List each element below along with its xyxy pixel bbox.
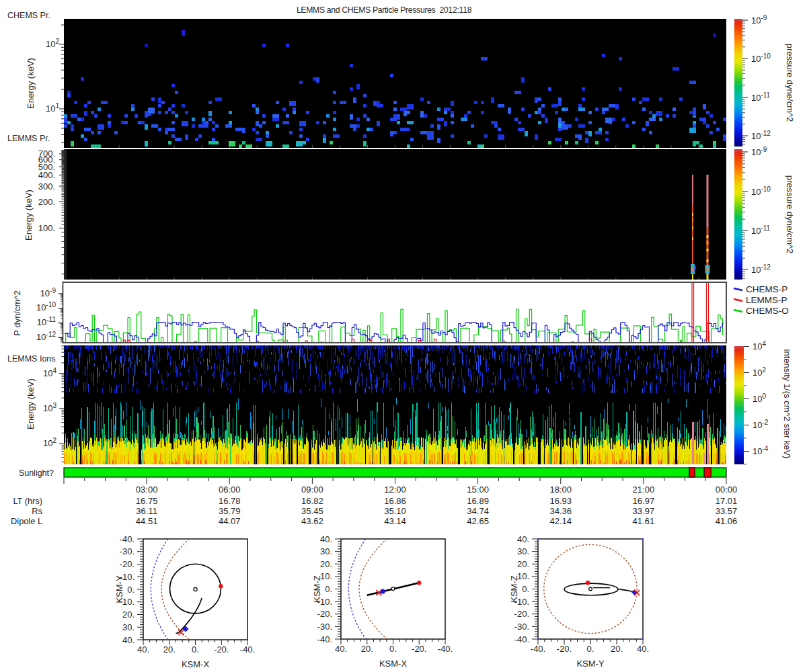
svg-text:Energy (keV): Energy (keV) xyxy=(26,58,36,109)
svg-text:0.: 0. xyxy=(522,584,529,594)
svg-text:Energy (keV): Energy (keV) xyxy=(26,378,36,429)
svg-text:16.75: 16.75 xyxy=(136,496,158,506)
svg-text:18:00: 18:00 xyxy=(549,485,572,495)
svg-text:0.: 0. xyxy=(192,644,199,655)
svg-text:35.45: 35.45 xyxy=(301,506,323,516)
svg-text:16.89: 16.89 xyxy=(467,496,489,506)
svg-text:41.61: 41.61 xyxy=(633,516,655,526)
svg-text:-40.: -40. xyxy=(240,644,255,655)
svg-text:30.: 30. xyxy=(122,622,134,632)
svg-text:KSM-Z: KSM-Z xyxy=(312,575,322,603)
svg-text:200.: 200. xyxy=(38,197,55,207)
svg-text:40.: 40. xyxy=(137,644,149,655)
svg-text:34.36: 34.36 xyxy=(549,506,572,516)
svg-text:30.: 30. xyxy=(517,546,529,556)
svg-text:20.: 20. xyxy=(517,559,529,569)
svg-text:41.06: 41.06 xyxy=(716,516,738,526)
svg-text:intensity 1/(s cm^2 ster keV): intensity 1/(s cm^2 ster keV) xyxy=(782,349,792,459)
svg-text:30.: 30. xyxy=(320,546,332,556)
svg-text:0.: 0. xyxy=(587,644,594,654)
svg-text:LEMMS Ions: LEMMS Ions xyxy=(7,354,56,364)
svg-text:44.07: 44.07 xyxy=(219,516,241,526)
svg-text:LEMMS Pr.: LEMMS Pr. xyxy=(7,134,50,143)
svg-text:16.97: 16.97 xyxy=(633,496,655,506)
svg-text:16.78: 16.78 xyxy=(219,496,241,506)
svg-text:16.86: 16.86 xyxy=(384,496,406,506)
svg-text:KSM-X: KSM-X xyxy=(379,659,408,669)
svg-text:20.: 20. xyxy=(611,644,623,654)
svg-text:-40.: -40. xyxy=(514,634,529,644)
svg-text:300.: 300. xyxy=(38,181,55,192)
svg-text:KSM-Y: KSM-Y xyxy=(576,659,605,669)
svg-text:20.: 20. xyxy=(122,610,134,620)
svg-text:0.: 0. xyxy=(127,585,134,595)
svg-text:34.74: 34.74 xyxy=(467,506,489,516)
svg-text:20.: 20. xyxy=(320,559,332,569)
svg-text:21:00: 21:00 xyxy=(633,485,655,495)
svg-text:40.: 40. xyxy=(122,635,134,645)
svg-text:33.97: 33.97 xyxy=(633,506,655,516)
svg-text:06:00: 06:00 xyxy=(219,485,241,495)
svg-text:-40.: -40. xyxy=(438,644,453,654)
svg-text:LEMMS-P: LEMMS-P xyxy=(746,295,787,305)
svg-text:43.14: 43.14 xyxy=(384,516,406,526)
svg-text:KSM-X: KSM-X xyxy=(182,659,210,669)
svg-text:-20.: -20. xyxy=(514,609,529,619)
svg-text:-20.: -20. xyxy=(214,644,229,655)
svg-text:16.93: 16.93 xyxy=(549,496,572,506)
svg-text:03:00: 03:00 xyxy=(136,485,158,495)
svg-text:Dipole L: Dipole L xyxy=(11,516,42,526)
svg-text:-30.: -30. xyxy=(514,622,529,632)
svg-text:16.82: 16.82 xyxy=(301,496,323,506)
svg-text:33.57: 33.57 xyxy=(716,506,738,516)
svg-text:-30.: -30. xyxy=(120,546,134,556)
svg-text:0.: 0. xyxy=(325,584,332,594)
svg-text:CHEMS-O: CHEMS-O xyxy=(746,306,789,316)
svg-text:CHEMS-P: CHEMS-P xyxy=(746,284,787,294)
svg-text:LT (hrs): LT (hrs) xyxy=(13,496,42,506)
svg-text:LEMMS and CHEMS Particle Press: LEMMS and CHEMS Particle Pressures 2012:… xyxy=(297,5,472,15)
svg-text:-20.: -20. xyxy=(317,609,332,619)
svg-text:09:00: 09:00 xyxy=(301,485,323,495)
svg-text:12:00: 12:00 xyxy=(384,485,406,495)
svg-text:-20.: -20. xyxy=(557,644,572,654)
svg-text:Rs: Rs xyxy=(32,506,42,516)
svg-text:20.: 20. xyxy=(163,644,176,655)
svg-text:-40.: -40. xyxy=(317,634,332,644)
svg-text:Energy (keV): Energy (keV) xyxy=(24,190,34,241)
svg-text:400.: 400. xyxy=(38,170,55,180)
svg-text:20.: 20. xyxy=(361,644,373,654)
svg-text:40.: 40. xyxy=(637,644,649,654)
svg-text:36.11: 36.11 xyxy=(136,506,157,516)
svg-text:35.10: 35.10 xyxy=(384,506,406,516)
svg-text:35.79: 35.79 xyxy=(219,506,241,516)
svg-text:42.14: 42.14 xyxy=(549,516,572,526)
svg-text:Sunlight?: Sunlight? xyxy=(19,468,54,478)
svg-text:-20.: -20. xyxy=(412,644,426,654)
svg-text:44.51: 44.51 xyxy=(136,516,158,526)
svg-text:KSM-Y: KSM-Y xyxy=(114,575,124,603)
svg-text:P dyn/cm^2: P dyn/cm^2 xyxy=(12,290,22,335)
svg-text:100.: 100. xyxy=(38,223,55,233)
svg-text:pressure dyne/cm^2: pressure dyne/cm^2 xyxy=(785,44,795,122)
svg-text:CHEMS Pr.: CHEMS Pr. xyxy=(7,11,50,20)
svg-text:0.: 0. xyxy=(389,644,397,654)
svg-text:15:00: 15:00 xyxy=(467,485,489,495)
svg-text:40.: 40. xyxy=(517,534,529,544)
svg-text:40.: 40. xyxy=(320,534,332,544)
svg-text:-40.: -40. xyxy=(120,534,134,544)
svg-text:pressure dyne/cm^2: pressure dyne/cm^2 xyxy=(785,175,795,254)
svg-text:-30.: -30. xyxy=(317,622,332,632)
svg-text:00:00: 00:00 xyxy=(716,485,738,495)
svg-text:42.65: 42.65 xyxy=(467,516,489,526)
svg-text:-40.: -40. xyxy=(531,644,545,654)
svg-text:-20.: -20. xyxy=(120,559,134,569)
svg-text:17.01: 17.01 xyxy=(716,496,738,506)
svg-text:40.: 40. xyxy=(335,644,347,654)
svg-text:43.62: 43.62 xyxy=(301,516,323,526)
svg-text:KSM-Z: KSM-Z xyxy=(509,575,519,603)
